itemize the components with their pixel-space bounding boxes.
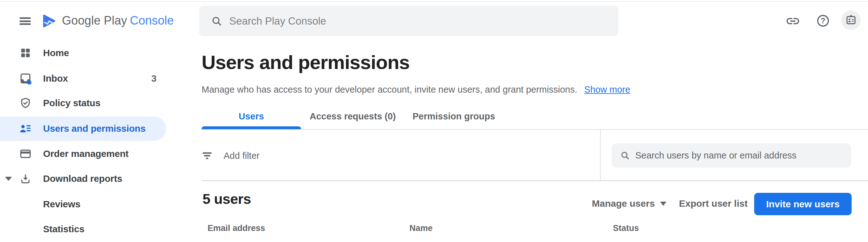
svg-text:?: ? [821,17,825,25]
console-search-input[interactable] [229,15,575,27]
filter-icon[interactable] [203,152,212,160]
description-text: Manage who has access to your developer … [202,84,577,95]
help-icon[interactable]: ? [816,14,830,27]
inbox-count-badge: 3 [151,73,157,84]
user-search-input[interactable] [635,150,837,161]
search-icon [620,151,630,160]
manage-users-dropdown[interactable]: Manage users [592,198,666,209]
users-count-heading: 5 users [203,191,251,207]
hamburger-bar [20,17,31,19]
filter-row-divider [202,180,868,181]
add-filter-button[interactable]: Add filter [224,151,259,161]
sidebar-item-label: Statistics [43,224,84,235]
chevron-down-icon [660,202,666,206]
hamburger-bar [20,23,31,25]
invite-new-users-button[interactable]: Invite new users [754,193,851,215]
account-chip[interactable] [841,10,861,30]
play-logo-icon [41,13,56,29]
tab-users[interactable]: Users [202,107,301,126]
page-description: Manage who has access to your developer … [202,84,630,95]
column-header-status: Status [613,223,639,233]
sidebar-item-label: Reviews [43,199,81,210]
sidebar-item-label: Download reports [43,173,122,184]
show-more-link[interactable]: Show more [584,84,630,95]
tabs-divider [202,129,868,130]
sidebar-item-label: Policy status [43,98,100,108]
inbox-icon [20,73,31,84]
search-icon [211,16,222,27]
credit-card-icon [20,148,31,160]
id-badge-icon [845,14,857,26]
sidebar-item-label: Users and permissions [43,123,146,134]
person-list-icon [20,123,31,135]
column-header-name: Name [409,223,433,233]
link-icon[interactable] [785,14,800,29]
sidebar-item-home[interactable]: Home [0,41,176,65]
sidebar-item-order-management[interactable]: Order management [0,141,176,166]
sidebar-item-label: Home [43,48,69,58]
manage-users-label: Manage users [592,198,655,209]
sidebar-item-statistics[interactable]: Statistics [0,216,176,242]
column-header-email: Email address [208,223,265,233]
export-user-list-button[interactable]: Export user list [679,198,748,209]
expand-caret-icon[interactable] [5,177,12,181]
sidebar-item-policy-status[interactable]: Policy status [0,90,176,116]
sidebar-item-label: Inbox [43,73,68,84]
tab-access-requests[interactable]: Access requests (0) [301,107,404,126]
user-search-bar[interactable] [612,143,851,168]
sidebar-item-inbox[interactable]: Inbox 3 [0,66,176,91]
logo-text-primary: Google Play [62,14,127,27]
sidebar-item-reviews[interactable]: Reviews [0,192,176,217]
app-title: Google PlayConsole [62,14,174,27]
console-search-bar[interactable] [199,6,618,36]
home-grid-icon [20,47,31,59]
sidebar-item-label: Order management [43,149,129,159]
page-title: Users and permissions [202,51,409,74]
tab-permission-groups[interactable]: Permission groups [404,107,503,126]
logo-text-accent: Console [130,14,174,27]
sidebar-item-download-reports[interactable]: Download reports [0,166,176,191]
vertical-divider [600,130,601,180]
hamburger-menu-icon[interactable] [20,17,31,25]
hamburger-bar [20,21,31,22]
shield-check-icon [20,97,31,109]
sidebar-item-users-and-permissions[interactable]: Users and permissions [0,116,176,141]
top-divider [0,1,868,2]
download-icon [20,173,31,185]
